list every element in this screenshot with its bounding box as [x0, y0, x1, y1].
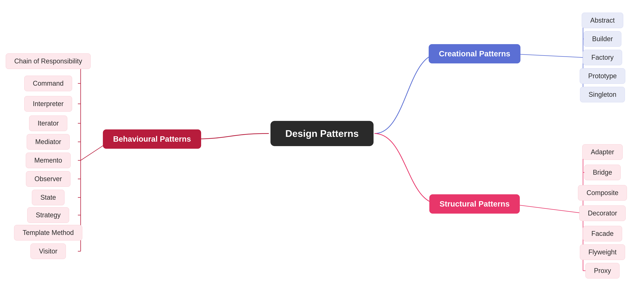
leaf-command[interactable]: Command [24, 76, 72, 91]
leaf-composite-label: Composite [586, 189, 618, 197]
leaf-iterator-label: Iterator [38, 120, 59, 127]
leaf-visitor[interactable]: Visitor [30, 244, 66, 259]
leaf-prototype[interactable]: Prototype [580, 68, 625, 84]
leaf-facade-label: Facade [591, 230, 614, 238]
behavioural-node[interactable]: Behavioural Patterns [103, 130, 201, 149]
leaf-chain[interactable]: Chain of Responsibility [6, 54, 91, 69]
leaf-builder[interactable]: Builder [584, 31, 622, 47]
leaf-memento[interactable]: Memento [26, 152, 71, 168]
leaf-decorator[interactable]: Decorator [579, 206, 626, 221]
leaf-abstract-label: Abstract [590, 16, 615, 24]
leaf-template[interactable]: Template Method [14, 225, 82, 240]
leaf-state-label: State [40, 194, 56, 201]
creational-node[interactable]: Creational Patterns [428, 44, 520, 64]
creational-label: Creational Patterns [439, 49, 510, 58]
leaf-singleton[interactable]: Singleton [580, 87, 625, 102]
mind-map: Design Patterns Creational Patterns Abst… [0, 0, 644, 290]
leaf-bridge[interactable]: Bridge [584, 165, 621, 180]
leaf-strategy[interactable]: Strategy [27, 207, 69, 223]
leaf-iterator[interactable]: Iterator [29, 116, 67, 131]
leaf-observer[interactable]: Observer [26, 171, 70, 187]
leaf-flyweight[interactable]: Flyweight [580, 244, 625, 260]
leaf-bridge-label: Bridge [593, 168, 612, 176]
leaf-abstract[interactable]: Abstract [582, 12, 623, 28]
leaf-template-label: Template Method [22, 229, 74, 236]
leaf-singleton-label: Singleton [588, 91, 616, 98]
leaf-composite[interactable]: Composite [578, 185, 627, 201]
leaf-interpreter[interactable]: Interpreter [24, 96, 72, 112]
leaf-memento-label: Memento [34, 156, 62, 164]
center-node: Design Patterns [270, 121, 374, 146]
leaf-observer-label: Observer [34, 175, 62, 183]
svg-line-1 [510, 54, 583, 58]
leaf-chain-label: Chain of Responsibility [14, 57, 82, 65]
svg-line-8 [510, 204, 583, 213]
leaf-command-label: Command [33, 80, 64, 87]
center-label: Design Patterns [285, 128, 359, 139]
behavioural-label: Behavioural Patterns [113, 134, 191, 144]
leaf-decorator-label: Decorator [588, 209, 617, 217]
structural-node[interactable]: Structural Patterns [429, 194, 520, 214]
structural-label: Structural Patterns [440, 200, 510, 208]
leaf-interpreter-label: Interpreter [33, 100, 64, 108]
leaf-proxy[interactable]: Proxy [586, 263, 620, 278]
leaf-factory[interactable]: Factory [583, 50, 622, 65]
leaf-factory-label: Factory [591, 54, 614, 61]
leaf-prototype-label: Prototype [588, 72, 617, 80]
leaf-strategy-label: Strategy [36, 211, 60, 219]
leaf-proxy-label: Proxy [594, 267, 611, 274]
leaf-facade[interactable]: Facade [583, 226, 622, 242]
leaf-state[interactable]: State [32, 190, 64, 205]
leaf-adapter-label: Adapter [591, 148, 614, 156]
leaf-builder-label: Builder [592, 35, 613, 43]
leaf-visitor-label: Visitor [39, 247, 57, 255]
leaf-mediator-label: Mediator [35, 138, 61, 146]
leaf-adapter[interactable]: Adapter [582, 144, 623, 160]
leaf-flyweight-label: Flyweight [588, 248, 616, 256]
leaf-mediator[interactable]: Mediator [27, 134, 70, 150]
